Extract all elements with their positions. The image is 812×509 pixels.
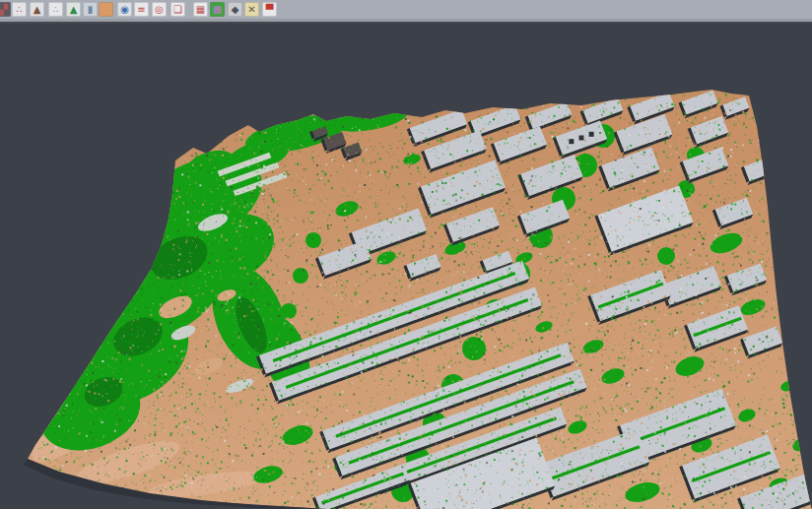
profile-icon[interactable]: ▞ [0, 2, 11, 17]
point-cloud-scene-canvas[interactable] [0, 24, 812, 509]
red-list-icon[interactable]: ≡ [134, 2, 149, 17]
yellow-cross-icon[interactable]: ✕ [244, 2, 259, 17]
main-toolbar: ▞∴▲∴▲▮■◉≡◎❏▦▩◆✕▀ [0, 0, 812, 20]
ruler-icon[interactable]: ▮ [83, 2, 98, 17]
terrain-model-icon[interactable]: ▲ [30, 2, 44, 17]
red-cap-icon[interactable]: ▀ [262, 2, 277, 17]
point-cloud-icon[interactable]: ∴ [12, 2, 27, 17]
red-grid-icon[interactable]: ▦ [193, 2, 208, 17]
dark-cube-icon[interactable]: ◆ [228, 2, 242, 17]
globe-icon[interactable]: ◉ [117, 2, 132, 17]
orange-swatch-icon[interactable]: ■ [99, 2, 113, 17]
viewport-3d[interactable] [0, 24, 812, 509]
target-icon[interactable]: ◎ [152, 2, 167, 17]
application-window: { "window": { "toolbar_bg": "#a8acb5", "… [0, 0, 812, 509]
green-terrain-icon[interactable]: ▲ [66, 2, 81, 17]
select-region-icon[interactable]: ❏ [170, 2, 185, 17]
classification-icon[interactable]: ▩ [210, 2, 225, 17]
sparse-points-icon[interactable]: ∴ [48, 2, 63, 17]
